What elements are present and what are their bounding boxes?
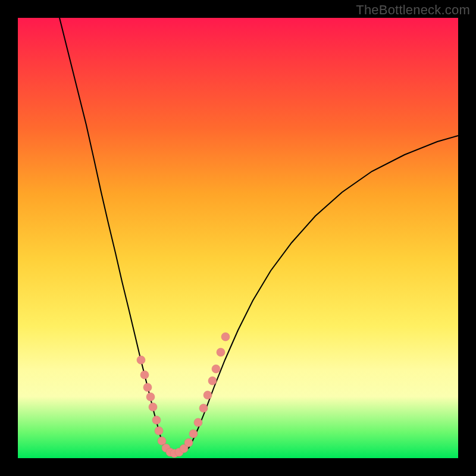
- sample-point-markers: [137, 333, 230, 458]
- sample-point: [208, 377, 217, 385]
- sample-point: [221, 333, 230, 341]
- watermark-text: TheBottleneck.com: [356, 2, 470, 18]
- chart-svg: [18, 18, 458, 458]
- sample-point: [194, 418, 202, 427]
- sample-point: [146, 393, 155, 401]
- outer-frame: TheBottleneck.com: [0, 0, 476, 476]
- plot-area: [18, 18, 458, 458]
- curve-right-branch: [189, 136, 458, 448]
- sample-point: [140, 371, 149, 379]
- sample-point: [199, 404, 208, 412]
- sample-point: [212, 365, 220, 373]
- sample-point: [155, 427, 163, 435]
- sample-point: [189, 430, 198, 438]
- sample-point: [217, 348, 225, 356]
- sample-point: [137, 356, 145, 364]
- sample-point: [203, 391, 212, 399]
- sample-point: [152, 416, 161, 424]
- sample-point: [143, 383, 152, 392]
- sample-point: [149, 403, 157, 411]
- sample-point: [184, 439, 193, 447]
- sample-point: [158, 437, 166, 445]
